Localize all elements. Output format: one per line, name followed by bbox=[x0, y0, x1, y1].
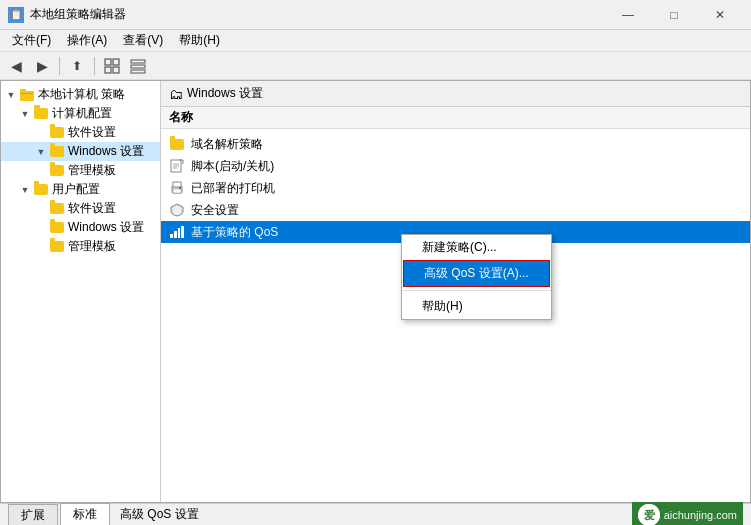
svg-rect-5 bbox=[131, 65, 145, 68]
column-name: 名称 bbox=[169, 109, 193, 126]
menu-view[interactable]: 查看(V) bbox=[115, 30, 171, 51]
security-label: 安全设置 bbox=[191, 202, 239, 219]
svg-text:爱: 爱 bbox=[643, 509, 654, 521]
svg-rect-9 bbox=[21, 93, 33, 94]
ctx-help[interactable]: 帮助(H) bbox=[402, 294, 551, 319]
qos-icon bbox=[169, 224, 185, 240]
tree-user-software-label: 软件设置 bbox=[68, 200, 116, 217]
address-path: Windows 设置 bbox=[187, 85, 263, 102]
menu-file[interactable]: 文件(F) bbox=[4, 30, 59, 51]
u-win-toggle: ▶ bbox=[33, 220, 49, 236]
list-item-security[interactable]: 安全设置 bbox=[161, 199, 750, 221]
watermark-text: aichunjing.com bbox=[664, 509, 737, 521]
ctx-separator bbox=[402, 290, 551, 291]
svg-rect-16 bbox=[173, 189, 181, 193]
back-button[interactable]: ◀ bbox=[4, 55, 28, 77]
computer-toggle[interactable]: ▼ bbox=[17, 106, 33, 122]
tree-software-settings[interactable]: ▶ 软件设置 bbox=[1, 123, 160, 142]
column-header: 名称 bbox=[161, 107, 750, 129]
context-menu: 新建策略(C)... 高级 QoS 设置(A)... 帮助(H) bbox=[401, 234, 552, 320]
watermark: 爱 aichunjing.com bbox=[632, 502, 743, 526]
tree-user-config[interactable]: ▼ 用户配置 bbox=[1, 180, 160, 199]
tab-standard[interactable]: 标准 bbox=[60, 503, 110, 525]
dns-label: 域名解析策略 bbox=[191, 136, 263, 153]
security-icon bbox=[169, 202, 185, 218]
tree-user-admin[interactable]: ▶ 管理模板 bbox=[1, 237, 160, 256]
tree-user-windows[interactable]: ▶ Windows 设置 bbox=[1, 218, 160, 237]
svg-rect-1 bbox=[113, 59, 119, 65]
tab-expand[interactable]: 扩展 bbox=[8, 504, 58, 526]
window-icon: 📋 bbox=[8, 7, 24, 23]
win-toggle[interactable]: ▼ bbox=[33, 144, 49, 160]
list-item-script[interactable]: 脚本(启动/关机) bbox=[161, 155, 750, 177]
tree-admin-label: 管理模板 bbox=[68, 162, 116, 179]
ctx-advanced-qos[interactable]: 高级 QoS 设置(A)... bbox=[403, 260, 550, 287]
content-area: 域名解析策略 脚本(启动/关机) bbox=[161, 129, 750, 502]
u-admin-toggle: ▶ bbox=[33, 239, 49, 255]
list-item-dns[interactable]: 域名解析策略 bbox=[161, 133, 750, 155]
menu-action[interactable]: 操作(A) bbox=[59, 30, 115, 51]
tree-root-label: 本地计算机 策略 bbox=[38, 86, 125, 103]
status-text: 高级 QoS 设置 bbox=[112, 506, 632, 523]
right-panel: 🗂 Windows 设置 名称 域名解析策略 bbox=[161, 81, 750, 502]
tree-user-label: 用户配置 bbox=[52, 181, 100, 198]
tree-windows-settings[interactable]: ▼ Windows 设置 bbox=[1, 142, 160, 161]
printer-label: 已部署的打印机 bbox=[191, 180, 275, 197]
list-button[interactable] bbox=[126, 55, 150, 77]
title-bar: 📋 本地组策略编辑器 — □ ✕ bbox=[0, 0, 751, 30]
root-icon bbox=[19, 87, 35, 103]
software-icon bbox=[49, 125, 65, 141]
menu-help[interactable]: 帮助(H) bbox=[171, 30, 228, 51]
script-icon bbox=[169, 158, 185, 174]
user-software-icon bbox=[49, 201, 65, 217]
u-sw-toggle: ▶ bbox=[33, 201, 49, 217]
tree-user-admin-label: 管理模板 bbox=[68, 238, 116, 255]
svg-point-17 bbox=[179, 187, 181, 189]
tree-windows-label: Windows 设置 bbox=[68, 143, 144, 160]
menu-bar: 文件(F) 操作(A) 查看(V) 帮助(H) bbox=[0, 30, 751, 52]
computer-config-icon bbox=[33, 106, 49, 122]
svg-rect-15 bbox=[173, 182, 181, 187]
admin-templates-icon bbox=[49, 163, 65, 179]
up-button[interactable]: ⬆ bbox=[65, 55, 89, 77]
ctx-new-policy[interactable]: 新建策略(C)... bbox=[402, 235, 551, 260]
tree-root[interactable]: ▼ 本地计算机 策略 bbox=[1, 85, 160, 104]
view-button[interactable] bbox=[100, 55, 124, 77]
maximize-button[interactable]: □ bbox=[651, 0, 697, 30]
windows-settings-icon bbox=[49, 144, 65, 160]
admin-toggle: ▶ bbox=[33, 163, 49, 179]
svg-rect-2 bbox=[105, 67, 111, 73]
svg-rect-6 bbox=[131, 70, 145, 73]
address-icon: 🗂 bbox=[169, 86, 183, 102]
user-config-icon bbox=[33, 182, 49, 198]
address-bar: 🗂 Windows 设置 bbox=[161, 81, 750, 107]
tree-software-label: 软件设置 bbox=[68, 124, 116, 141]
root-toggle[interactable]: ▼ bbox=[3, 87, 19, 103]
title-bar-buttons: — □ ✕ bbox=[605, 0, 743, 30]
printer-icon bbox=[169, 180, 185, 196]
forward-button[interactable]: ▶ bbox=[30, 55, 54, 77]
script-label: 脚本(启动/关机) bbox=[191, 158, 274, 175]
toolbar-sep1 bbox=[59, 57, 60, 75]
tree-computer-config[interactable]: ▼ 计算机配置 bbox=[1, 104, 160, 123]
user-windows-icon bbox=[49, 220, 65, 236]
list-item-printer[interactable]: 已部署的打印机 bbox=[161, 177, 750, 199]
toolbar-sep2 bbox=[94, 57, 95, 75]
tree-panel: ▼ 本地计算机 策略 ▼ 计算机配置 ▶ 软件设置 bbox=[1, 81, 161, 502]
sw-toggle: ▶ bbox=[33, 125, 49, 141]
user-toggle[interactable]: ▼ bbox=[17, 182, 33, 198]
toolbar: ◀ ▶ ⬆ bbox=[0, 52, 751, 80]
minimize-button[interactable]: — bbox=[605, 0, 651, 30]
svg-rect-3 bbox=[113, 67, 119, 73]
tree-user-software[interactable]: ▶ 软件设置 bbox=[1, 199, 160, 218]
main-content: ▼ 本地计算机 策略 ▼ 计算机配置 ▶ 软件设置 bbox=[0, 80, 751, 503]
tree-computer-label: 计算机配置 bbox=[52, 105, 112, 122]
close-button[interactable]: ✕ bbox=[697, 0, 743, 30]
watermark-icon: 爱 bbox=[638, 504, 660, 526]
tree-admin-templates[interactable]: ▶ 管理模板 bbox=[1, 161, 160, 180]
dns-icon bbox=[169, 136, 185, 152]
svg-rect-0 bbox=[105, 59, 111, 65]
svg-rect-8 bbox=[20, 89, 26, 93]
user-admin-icon bbox=[49, 239, 65, 255]
qos-label: 基于策略的 QoS bbox=[191, 224, 278, 241]
